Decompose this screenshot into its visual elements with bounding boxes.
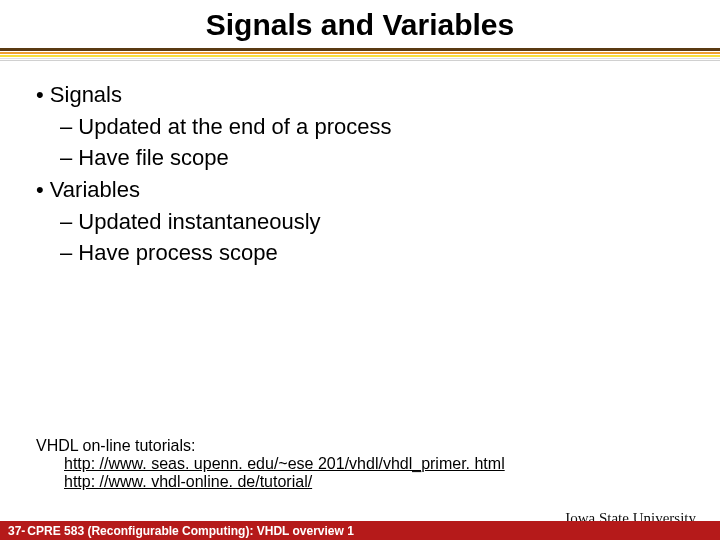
bullet-text: Have file scope (78, 145, 228, 170)
footer-separator: - (21, 524, 25, 538)
rule-yellow (0, 55, 720, 57)
tutorial-link[interactable]: http: //www. vhdl-online. de/tutorial/ (64, 473, 505, 491)
body-text: Signals Updated at the end of a process … (0, 64, 720, 268)
slide: Signals and Variables Signals Updated at… (0, 0, 720, 540)
bullet-lvl2: Updated instantaneously (60, 207, 684, 237)
bullet-lvl2: Have process scope (60, 238, 684, 268)
tutorials-heading: VHDL on-line tutorials: (36, 437, 505, 455)
bullet-text: Have process scope (78, 240, 277, 265)
rule-grey1 (0, 58, 720, 59)
rule-grey2 (0, 60, 720, 61)
bullet-text: Variables (50, 177, 140, 202)
bullet-lvl1: Signals (36, 80, 684, 110)
title-block: Signals and Variables (0, 0, 720, 42)
page-number: 37 (8, 524, 21, 538)
slide-title: Signals and Variables (0, 8, 720, 42)
footer-bar: 37 - CPRE 583 (Reconfigurable Computing)… (0, 521, 720, 540)
bullet-lvl2: Have file scope (60, 143, 684, 173)
rule-orange (0, 52, 720, 54)
bullet-lvl1: Variables (36, 175, 684, 205)
rule-dark (0, 48, 720, 51)
bullet-lvl2: Updated at the end of a process (60, 112, 684, 142)
tutorial-link[interactable]: http: //www. seas. upenn. edu/~ese 201/v… (64, 455, 505, 473)
bullet-text: Updated instantaneously (78, 209, 320, 234)
tutorials-block: VHDL on-line tutorials: http: //www. sea… (36, 437, 505, 491)
bullet-text: Updated at the end of a process (78, 114, 391, 139)
title-rule (0, 46, 720, 64)
bullet-text: Signals (50, 82, 122, 107)
course-label: CPRE 583 (Reconfigurable Computing): VHD… (27, 524, 354, 538)
